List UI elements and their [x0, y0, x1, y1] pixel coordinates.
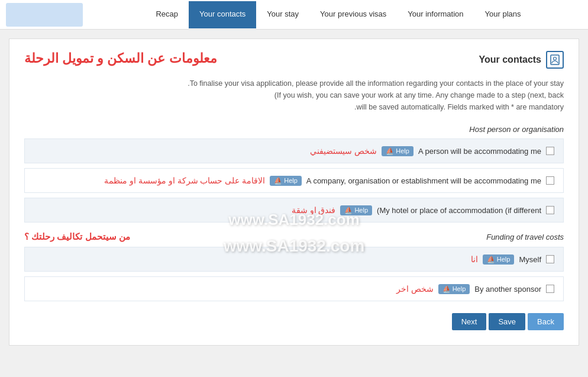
- help-button-option4[interactable]: ⛵ Help: [483, 254, 515, 265]
- help-button-option2[interactable]: ⛵ Help: [270, 176, 302, 186]
- option-person-accommodating: شخص سيستضيفني ⛵ Help A person will be ac…: [24, 138, 564, 163]
- help-icon-option2: ⛵: [274, 177, 282, 185]
- checkbox-option3[interactable]: [546, 206, 554, 214]
- info-line3: .will be saved automatically. Fields mar…: [24, 101, 564, 113]
- help-icon-option3: ⛵: [344, 207, 353, 214]
- tab-your-information[interactable]: Your information: [397, 1, 474, 28]
- tab-your-previous-visas[interactable]: Your previous visas: [309, 1, 397, 28]
- funding-arabic-question: من سيتحمل تكاليف رحلتك ؟: [24, 231, 130, 242]
- main-content: معلومات عن السكن و تمويل الرحلة Your con…: [0, 30, 588, 355]
- option4-arabic-text: انا: [471, 254, 478, 264]
- option-myself: انا ⛵ Help Myself: [24, 247, 564, 272]
- info-line2: (If you wish, you can save your work at …: [24, 89, 564, 101]
- nav-tabs: Recap Your contacts Your stay Your previ…: [95, 1, 582, 28]
- svg-point-1: [554, 57, 557, 60]
- top-navigation: Recap Your contacts Your stay Your previ…: [0, 0, 588, 30]
- tab-your-stay[interactable]: Your stay: [256, 1, 309, 28]
- funding-section-header: من سيتحمل تكاليف رحلتك ؟ Funding of trav…: [24, 231, 564, 242]
- logo: [6, 3, 83, 27]
- next-button[interactable]: Next: [452, 313, 487, 330]
- checkbox-option1[interactable]: [546, 147, 554, 155]
- back-button[interactable]: Back: [528, 313, 564, 330]
- help-button-option3[interactable]: ⛵ Help: [340, 205, 372, 215]
- option1-arabic-text: شخص سيستضيفني: [310, 146, 377, 156]
- tab-your-contacts[interactable]: Your contacts: [189, 1, 256, 28]
- checkbox-option5[interactable]: [546, 285, 554, 293]
- save-button[interactable]: Save: [489, 313, 525, 330]
- option-another-sponsor: شخص اخر ⛵ Help By another sponsor: [24, 276, 564, 301]
- funding-section-label: Funding of travel costs: [486, 233, 564, 241]
- arabic-page-title: معلومات عن السكن و تمويل الرحلة: [24, 51, 217, 66]
- info-line1: .To finalise your visa application, plea…: [24, 78, 564, 89]
- contacts-icon: [546, 51, 564, 69]
- title-row: معلومات عن السكن و تمويل الرحلة Your con…: [24, 51, 564, 69]
- help-button-option1[interactable]: ⛵ Help: [382, 146, 413, 156]
- form-card: معلومات عن السكن و تمويل الرحلة Your con…: [9, 38, 579, 346]
- info-text-block: .To finalise your visa application, plea…: [24, 78, 564, 113]
- option1-english-text: A person will be accommodating me: [418, 147, 541, 156]
- option-company-accommodating: الاقامة على حساب شركة او مؤسسة او منظمة …: [24, 168, 564, 193]
- help-button-option5[interactable]: ⛵ Help: [438, 284, 470, 294]
- option2-english-text: A company, organisation or establishment…: [306, 176, 541, 185]
- action-buttons: Next Save Back: [24, 313, 564, 330]
- option2-arabic-text: الاقامة على حساب شركة او مؤسسة او منظمة: [104, 176, 265, 185]
- section-header: Your contacts: [479, 51, 564, 69]
- checkbox-option2[interactable]: [546, 176, 554, 185]
- option-hotel-accommodation: فندق او شقة ⛵ Help (My hotel or place of…: [24, 198, 564, 223]
- checkbox-option4[interactable]: [546, 255, 554, 263]
- section-header-title: Your contacts: [479, 54, 542, 65]
- help-icon-option4: ⛵: [487, 256, 495, 263]
- option3-arabic-text: فندق او شقة: [292, 205, 336, 215]
- help-icon-option5: ⛵: [442, 285, 451, 293]
- help-icon-option1: ⛵: [386, 147, 394, 155]
- tab-your-plans[interactable]: Your plans: [474, 1, 532, 28]
- tab-recap[interactable]: Recap: [145, 1, 189, 28]
- option5-arabic-text: شخص اخر: [396, 284, 434, 294]
- option4-english-text: Myself: [519, 255, 541, 264]
- option3-english-text: (My hotel or place of accommodation (if …: [377, 206, 541, 215]
- option5-english-text: By another sponsor: [474, 285, 541, 294]
- host-section-label: Host person or organisation: [24, 125, 564, 134]
